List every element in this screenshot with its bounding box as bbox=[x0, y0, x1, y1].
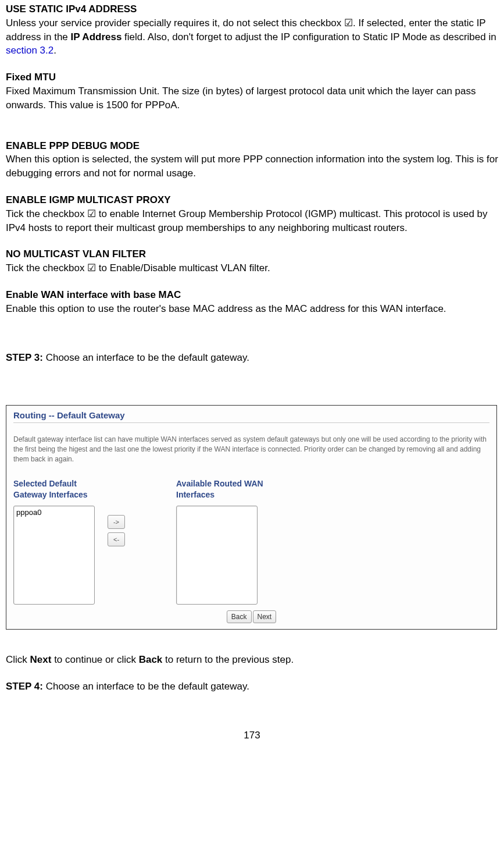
list-item[interactable]: pppoa0 bbox=[16, 507, 92, 518]
link-section-3-2[interactable]: section 3.2 bbox=[6, 45, 53, 56]
heading-no-multicast-vlan: NO MULTICAST VLAN FILTER bbox=[6, 247, 498, 261]
step-3-label: STEP 3: bbox=[6, 352, 43, 363]
bold-next: Next bbox=[30, 654, 52, 665]
back-button[interactable]: Back bbox=[227, 610, 252, 623]
move-right-button[interactable]: -> bbox=[108, 515, 125, 529]
para-igmp-proxy: Tick the checkbox ☑ to enable Internet G… bbox=[6, 207, 498, 235]
bold-back: Back bbox=[139, 654, 163, 665]
para-fixed-mtu: Fixed Maximum Transmission Unit. The siz… bbox=[6, 84, 498, 112]
available-interfaces-label: Available Routed WAN Interfaces bbox=[176, 478, 275, 501]
heading-fixed-mtu: Fixed MTU bbox=[6, 70, 498, 84]
heading-igmp-proxy: ENABLE IGMP MULTICAST PROXY bbox=[6, 193, 498, 207]
panel-description: Default gateway interface list can have … bbox=[13, 435, 489, 464]
text: to return to the previous step. bbox=[162, 654, 294, 665]
bold-ip-address: IP Address bbox=[71, 31, 122, 42]
step-3-text: Choose an interface to be the default ga… bbox=[43, 352, 249, 363]
para-wan-base-mac: Enable this option to use the router's b… bbox=[6, 302, 498, 316]
default-gateway-panel: Routing -- Default Gateway Default gatew… bbox=[6, 405, 497, 630]
para-click-next-back: Click Next to continue or click Back to … bbox=[6, 653, 498, 667]
move-buttons: -> <- bbox=[101, 513, 132, 548]
selected-interfaces-column: Selected Default Gateway Interfaces pppo… bbox=[13, 478, 101, 605]
para-ppp-debug: When this option is selected, the system… bbox=[6, 152, 498, 180]
heading-wan-base-mac: Enable WAN interface with base MAC bbox=[6, 288, 498, 302]
text: field. Also, don't forget to adjust the … bbox=[121, 31, 496, 42]
step-4-text: Choose an interface to be the default ga… bbox=[43, 681, 249, 692]
available-interfaces-column: Available Routed WAN Interfaces bbox=[176, 478, 275, 605]
step-4: STEP 4: Choose an interface to be the de… bbox=[6, 680, 498, 694]
selected-interfaces-listbox[interactable]: pppoa0 bbox=[13, 506, 95, 605]
panel-nav-buttons: BackNext bbox=[13, 609, 489, 623]
para-no-multicast-vlan: Tick the checkbox ☑ to Enable/Disable mu… bbox=[6, 261, 498, 275]
text: Click bbox=[6, 654, 30, 665]
text: to continue or click bbox=[51, 654, 138, 665]
step-4-label: STEP 4: bbox=[6, 681, 43, 692]
selected-interfaces-label: Selected Default Gateway Interfaces bbox=[13, 478, 101, 501]
panel-title: Routing -- Default Gateway bbox=[13, 409, 489, 423]
heading-use-static-ipv4: USE STATIC IPv4 ADDRESS bbox=[6, 2, 498, 16]
interface-lists-row: Selected Default Gateway Interfaces pppo… bbox=[13, 478, 489, 605]
heading-ppp-debug: ENABLE PPP DEBUG MODE bbox=[6, 139, 498, 153]
available-interfaces-listbox[interactable] bbox=[176, 506, 258, 605]
text: . bbox=[53, 45, 56, 56]
step-3: STEP 3: Choose an interface to be the de… bbox=[6, 351, 498, 365]
next-button[interactable]: Next bbox=[253, 610, 277, 623]
page-number: 173 bbox=[6, 729, 498, 742]
move-left-button[interactable]: <- bbox=[108, 532, 125, 546]
para-use-static-ipv4: Unless your service provider specially r… bbox=[6, 16, 498, 58]
